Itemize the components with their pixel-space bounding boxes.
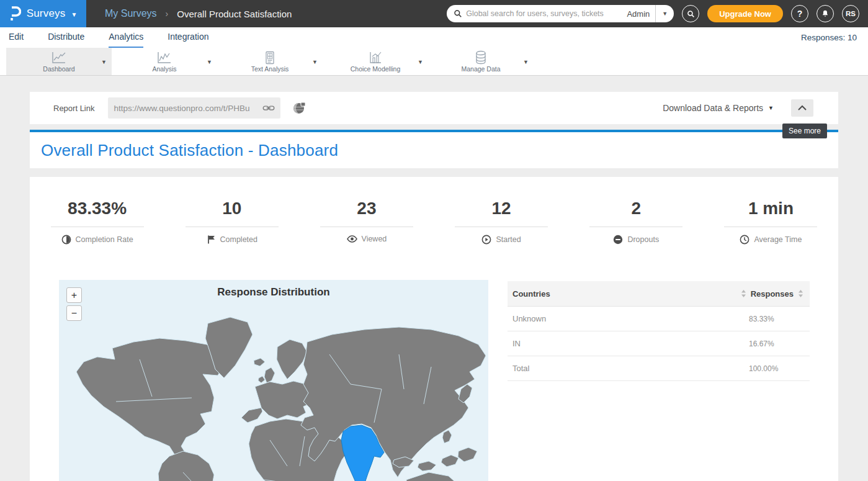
responses-cell: 100.00% bbox=[749, 364, 803, 373]
column-header-countries[interactable]: Countries bbox=[512, 289, 741, 299]
stat-divider bbox=[724, 227, 817, 227]
live-report-globe-button[interactable] bbox=[292, 101, 306, 115]
stat-value: 1 min bbox=[748, 199, 794, 218]
sort-icon[interactable] bbox=[741, 290, 746, 297]
chevron-down-icon[interactable]: ▼ bbox=[768, 105, 774, 111]
clock-icon bbox=[740, 235, 749, 245]
top-bar: Surveys ▼ My Surveys › Overall Product S… bbox=[0, 0, 868, 27]
countries-table-header: Countries Responses bbox=[508, 281, 810, 307]
stat-label: Dropouts bbox=[627, 235, 659, 244]
choice-modelling-icon bbox=[368, 51, 383, 65]
report-link-label: Report Link bbox=[53, 104, 94, 113]
chevron-down-icon[interactable]: ▼ bbox=[312, 59, 318, 65]
chevron-down-icon[interactable]: ▼ bbox=[207, 59, 212, 65]
analytics-toolbar: Dashboard ▼ Analysis ▼ bbox=[0, 48, 868, 76]
country-cell: Total bbox=[512, 364, 749, 373]
play-circle-icon bbox=[481, 235, 491, 245]
stats-row: 83.33% Completion Rate 10 bbox=[30, 177, 838, 245]
map-zoom-controls: + − bbox=[66, 287, 82, 321]
breadcrumb: My Surveys › Overall Product Satisfactio… bbox=[105, 8, 292, 19]
map-zoom-out-button[interactable]: − bbox=[66, 305, 82, 321]
column-header-responses[interactable]: Responses bbox=[751, 289, 794, 299]
flag-icon bbox=[207, 235, 216, 245]
stat-value: 23 bbox=[357, 199, 376, 218]
tool-label: Analysis bbox=[152, 65, 176, 73]
stat-divider bbox=[186, 227, 279, 227]
stat-completion-rate: 83.33% Completion Rate bbox=[30, 199, 164, 245]
stat-label: Started bbox=[496, 235, 521, 244]
tool-dashboard[interactable]: Dashboard ▼ bbox=[6, 48, 112, 75]
user-avatar[interactable]: RS bbox=[842, 5, 859, 22]
search-button[interactable] bbox=[682, 5, 699, 22]
dashboard-content: 83.33% Completion Rate 10 bbox=[30, 177, 838, 481]
chevron-down-icon[interactable]: ▼ bbox=[523, 59, 529, 65]
tab-integration[interactable]: Integration bbox=[168, 27, 208, 48]
page-title: Overall Product Satisfaction - Dashboard bbox=[41, 141, 338, 160]
stat-started: 12 Started bbox=[434, 199, 569, 245]
world-map[interactable] bbox=[59, 280, 488, 481]
stat-viewed: 23 Viewed bbox=[299, 199, 434, 245]
link-icon bbox=[262, 104, 275, 112]
stat-dropouts: 2 Dropouts bbox=[569, 199, 704, 245]
country-cell: Unknown bbox=[512, 314, 749, 323]
text-analysis-icon bbox=[263, 51, 277, 65]
breadcrumb-separator-icon: › bbox=[166, 9, 169, 19]
search-scope-caret-icon[interactable]: ▼ bbox=[656, 11, 674, 17]
sort-icon[interactable] bbox=[798, 290, 803, 297]
tool-manage-data[interactable]: Manage Data ▼ bbox=[428, 48, 534, 75]
tool-analysis[interactable]: Analysis ▼ bbox=[112, 48, 217, 75]
tab-edit[interactable]: Edit bbox=[9, 27, 24, 48]
see-more-toggle-button[interactable] bbox=[791, 99, 813, 117]
upgrade-now-button[interactable]: Upgrade Now bbox=[707, 5, 783, 22]
chevron-down-icon[interactable]: ▼ bbox=[418, 59, 423, 65]
report-url-text: https://www.questionpro.com/t/PHBu bbox=[114, 104, 262, 113]
tab-distribute[interactable]: Distribute bbox=[48, 27, 84, 48]
stat-completed: 10 Completed bbox=[164, 199, 299, 245]
survey-nav: Edit Distribute Analytics Integration Re… bbox=[0, 27, 868, 48]
question-mark-icon: ? bbox=[797, 9, 803, 19]
table-row: Total 100.00% bbox=[508, 356, 810, 381]
search-scope-selector[interactable]: Admin bbox=[627, 9, 655, 19]
search-icon bbox=[454, 9, 462, 18]
breadcrumb-my-surveys[interactable]: My Surveys bbox=[105, 8, 157, 19]
topbar-actions: Admin ▼ Upgrade Now ? RS bbox=[447, 5, 868, 22]
stat-value: 12 bbox=[492, 199, 511, 218]
tool-text-analysis[interactable]: Text Analysis ▼ bbox=[217, 48, 323, 75]
globe-lock-icon bbox=[292, 101, 306, 115]
completion-rate-icon bbox=[61, 235, 71, 245]
eye-icon bbox=[347, 235, 357, 243]
stat-divider bbox=[589, 227, 682, 227]
analysis-chart-icon bbox=[156, 51, 172, 65]
notifications-button[interactable] bbox=[817, 5, 834, 22]
map-zoom-in-button[interactable]: + bbox=[66, 287, 82, 303]
database-icon bbox=[474, 50, 488, 65]
blue-divider bbox=[30, 130, 838, 132]
product-switcher[interactable]: Surveys ▼ bbox=[0, 0, 86, 27]
stat-average-time: 1 min Average Time bbox=[704, 199, 838, 245]
response-distribution-map: Response Distribution + − bbox=[59, 280, 488, 481]
stat-value: 2 bbox=[631, 199, 641, 218]
global-search: Admin ▼ bbox=[447, 5, 674, 22]
stat-divider bbox=[320, 227, 413, 227]
download-data-reports-menu[interactable]: Download Data & Reports bbox=[663, 103, 763, 113]
tool-label: Manage Data bbox=[461, 65, 500, 73]
stat-value: 10 bbox=[222, 199, 241, 218]
tool-choice-modelling[interactable]: Choice Modelling ▼ bbox=[323, 48, 428, 75]
stat-value: 83.33% bbox=[68, 199, 127, 218]
chevron-down-icon[interactable]: ▼ bbox=[101, 59, 107, 65]
search-input[interactable] bbox=[462, 9, 627, 18]
breadcrumb-current: Overall Product Satisfaction bbox=[177, 9, 292, 19]
questionpro-app: Surveys ▼ My Surveys › Overall Product S… bbox=[0, 0, 868, 481]
stat-divider bbox=[51, 227, 144, 227]
questionpro-logo-icon bbox=[9, 6, 21, 21]
report-actions: Download Data & Reports ▼ bbox=[663, 99, 838, 117]
stat-divider bbox=[455, 227, 548, 227]
avatar-initials: RS bbox=[846, 10, 856, 17]
responses-count: Responses: 10 bbox=[801, 33, 859, 42]
minus-circle-icon bbox=[613, 235, 623, 245]
help-button[interactable]: ? bbox=[791, 5, 808, 22]
tab-analytics[interactable]: Analytics bbox=[109, 27, 143, 48]
stat-label: Average Time bbox=[754, 235, 802, 244]
search-icon bbox=[687, 10, 695, 18]
report-url-field[interactable]: https://www.questionpro.com/t/PHBu bbox=[108, 97, 280, 119]
